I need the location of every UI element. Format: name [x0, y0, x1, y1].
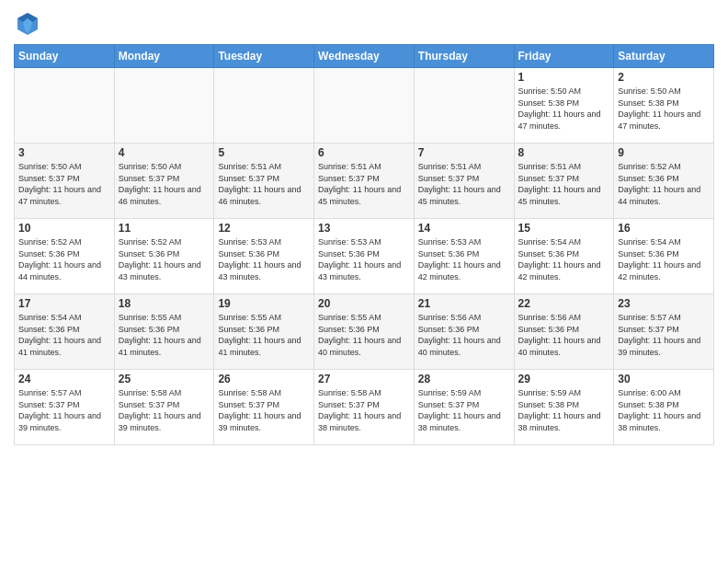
day-number: 6 [318, 146, 410, 159]
weekday-header: Saturday [614, 45, 714, 68]
day-info: Sunrise: 5:50 AMSunset: 5:38 PMDaylight:… [618, 86, 710, 132]
weekday-header: Friday [514, 45, 614, 68]
day-info: Sunrise: 5:58 AMSunset: 5:37 PMDaylight:… [318, 387, 410, 433]
weekday-header: Tuesday [214, 45, 314, 68]
day-number: 29 [518, 373, 610, 385]
day-number: 1 [518, 71, 610, 84]
day-info: Sunrise: 5:51 AMSunset: 5:37 PMDaylight:… [518, 161, 610, 207]
day-number: 2 [618, 71, 710, 84]
weekday-header: Sunday [15, 45, 115, 68]
day-number: 7 [418, 146, 510, 159]
calendar-cell [15, 68, 115, 144]
calendar-cell: 1Sunrise: 5:50 AMSunset: 5:38 PMDaylight… [514, 68, 614, 144]
calendar-cell: 21Sunrise: 5:56 AMSunset: 5:36 PMDayligh… [414, 294, 514, 370]
day-number: 14 [418, 222, 510, 235]
calendar: SundayMondayTuesdayWednesdayThursdayFrid… [14, 44, 714, 445]
day-info: Sunrise: 5:55 AMSunset: 5:36 PMDaylight:… [119, 312, 210, 358]
calendar-cell: 13Sunrise: 5:53 AMSunset: 5:36 PMDayligh… [314, 219, 415, 294]
day-number: 26 [218, 373, 310, 385]
calendar-cell: 24Sunrise: 5:57 AMSunset: 5:37 PMDayligh… [15, 370, 115, 445]
day-info: Sunrise: 5:55 AMSunset: 5:36 PMDaylight:… [318, 312, 410, 358]
calendar-cell: 9Sunrise: 5:52 AMSunset: 5:36 PMDaylight… [614, 144, 714, 219]
day-number: 5 [218, 146, 310, 159]
calendar-cell: 15Sunrise: 5:54 AMSunset: 5:36 PMDayligh… [514, 219, 614, 294]
day-number: 30 [618, 373, 710, 385]
calendar-cell: 2Sunrise: 5:50 AMSunset: 5:38 PMDaylight… [614, 68, 714, 144]
day-number: 13 [318, 222, 410, 235]
day-info: Sunrise: 5:54 AMSunset: 5:36 PMDaylight:… [618, 236, 710, 282]
calendar-cell: 27Sunrise: 5:58 AMSunset: 5:37 PMDayligh… [314, 370, 415, 445]
calendar-cell: 16Sunrise: 5:54 AMSunset: 5:36 PMDayligh… [614, 219, 714, 294]
weekday-row: SundayMondayTuesdayWednesdayThursdayFrid… [15, 45, 714, 68]
day-number: 24 [18, 373, 110, 385]
day-number: 11 [119, 222, 210, 235]
calendar-week-row: 1Sunrise: 5:50 AMSunset: 5:38 PMDaylight… [15, 68, 714, 144]
calendar-cell [114, 68, 214, 144]
day-info: Sunrise: 5:59 AMSunset: 5:37 PMDaylight:… [418, 387, 510, 433]
day-number: 15 [518, 222, 610, 235]
calendar-week-row: 17Sunrise: 5:54 AMSunset: 5:36 PMDayligh… [15, 294, 714, 370]
day-number: 18 [119, 297, 210, 310]
day-info: Sunrise: 5:51 AMSunset: 5:37 PMDaylight:… [218, 161, 310, 207]
day-number: 20 [318, 297, 410, 310]
calendar-cell: 4Sunrise: 5:50 AMSunset: 5:37 PMDaylight… [114, 144, 214, 219]
page-container: SundayMondayTuesdayWednesdayThursdayFrid… [0, 0, 728, 563]
day-info: Sunrise: 5:50 AMSunset: 5:37 PMDaylight:… [119, 161, 210, 207]
calendar-week-row: 3Sunrise: 5:50 AMSunset: 5:37 PMDaylight… [15, 144, 714, 219]
day-number: 16 [618, 222, 710, 235]
day-info: Sunrise: 5:53 AMSunset: 5:36 PMDaylight:… [318, 236, 410, 282]
calendar-cell: 12Sunrise: 5:53 AMSunset: 5:36 PMDayligh… [214, 219, 314, 294]
day-number: 9 [618, 146, 710, 159]
day-info: Sunrise: 5:54 AMSunset: 5:36 PMDaylight:… [18, 312, 110, 358]
day-number: 19 [218, 297, 310, 310]
day-info: Sunrise: 5:59 AMSunset: 5:38 PMDaylight:… [518, 387, 610, 433]
day-number: 28 [418, 373, 510, 385]
calendar-cell: 29Sunrise: 5:59 AMSunset: 5:38 PMDayligh… [514, 370, 614, 445]
calendar-body: 1Sunrise: 5:50 AMSunset: 5:38 PMDaylight… [15, 68, 714, 445]
calendar-cell: 19Sunrise: 5:55 AMSunset: 5:36 PMDayligh… [214, 294, 314, 370]
calendar-cell: 25Sunrise: 5:58 AMSunset: 5:37 PMDayligh… [114, 370, 214, 445]
weekday-header: Thursday [414, 45, 514, 68]
header [14, 9, 714, 37]
calendar-cell: 30Sunrise: 6:00 AMSunset: 5:38 PMDayligh… [614, 370, 714, 445]
calendar-cell: 10Sunrise: 5:52 AMSunset: 5:36 PMDayligh… [15, 219, 115, 294]
day-number: 12 [218, 222, 310, 235]
weekday-header: Monday [114, 45, 214, 68]
calendar-cell: 22Sunrise: 5:56 AMSunset: 5:36 PMDayligh… [514, 294, 614, 370]
day-number: 8 [518, 146, 610, 159]
calendar-cell: 14Sunrise: 5:53 AMSunset: 5:36 PMDayligh… [414, 219, 514, 294]
logo-icon [14, 9, 41, 37]
day-info: Sunrise: 5:52 AMSunset: 5:36 PMDaylight:… [18, 236, 110, 282]
day-number: 22 [518, 297, 610, 310]
calendar-cell: 28Sunrise: 5:59 AMSunset: 5:37 PMDayligh… [414, 370, 514, 445]
calendar-cell: 17Sunrise: 5:54 AMSunset: 5:36 PMDayligh… [15, 294, 115, 370]
weekday-header: Wednesday [314, 45, 415, 68]
calendar-cell [214, 68, 314, 144]
day-info: Sunrise: 5:54 AMSunset: 5:36 PMDaylight:… [518, 236, 610, 282]
calendar-cell: 18Sunrise: 5:55 AMSunset: 5:36 PMDayligh… [114, 294, 214, 370]
day-info: Sunrise: 5:56 AMSunset: 5:36 PMDaylight:… [518, 312, 610, 358]
day-info: Sunrise: 5:52 AMSunset: 5:36 PMDaylight:… [618, 161, 710, 207]
day-info: Sunrise: 5:58 AMSunset: 5:37 PMDaylight:… [119, 387, 210, 433]
day-number: 25 [119, 373, 210, 385]
day-info: Sunrise: 5:58 AMSunset: 5:37 PMDaylight:… [218, 387, 310, 433]
day-info: Sunrise: 5:56 AMSunset: 5:36 PMDaylight:… [418, 312, 510, 358]
day-info: Sunrise: 5:57 AMSunset: 5:37 PMDaylight:… [618, 312, 710, 358]
day-info: Sunrise: 6:00 AMSunset: 5:38 PMDaylight:… [618, 387, 710, 433]
calendar-header: SundayMondayTuesdayWednesdayThursdayFrid… [15, 45, 714, 68]
day-info: Sunrise: 5:53 AMSunset: 5:36 PMDaylight:… [218, 236, 310, 282]
day-number: 27 [318, 373, 410, 385]
calendar-cell: 5Sunrise: 5:51 AMSunset: 5:37 PMDaylight… [214, 144, 314, 219]
calendar-week-row: 10Sunrise: 5:52 AMSunset: 5:36 PMDayligh… [15, 219, 714, 294]
calendar-cell: 23Sunrise: 5:57 AMSunset: 5:37 PMDayligh… [614, 294, 714, 370]
day-info: Sunrise: 5:52 AMSunset: 5:36 PMDaylight:… [119, 236, 210, 282]
calendar-cell: 6Sunrise: 5:51 AMSunset: 5:37 PMDaylight… [314, 144, 415, 219]
calendar-cell: 26Sunrise: 5:58 AMSunset: 5:37 PMDayligh… [214, 370, 314, 445]
calendar-week-row: 24Sunrise: 5:57 AMSunset: 5:37 PMDayligh… [15, 370, 714, 445]
day-info: Sunrise: 5:50 AMSunset: 5:38 PMDaylight:… [518, 86, 610, 132]
calendar-cell: 20Sunrise: 5:55 AMSunset: 5:36 PMDayligh… [314, 294, 415, 370]
day-info: Sunrise: 5:51 AMSunset: 5:37 PMDaylight:… [318, 161, 410, 207]
calendar-cell [314, 68, 415, 144]
day-number: 21 [418, 297, 510, 310]
logo [14, 9, 45, 37]
